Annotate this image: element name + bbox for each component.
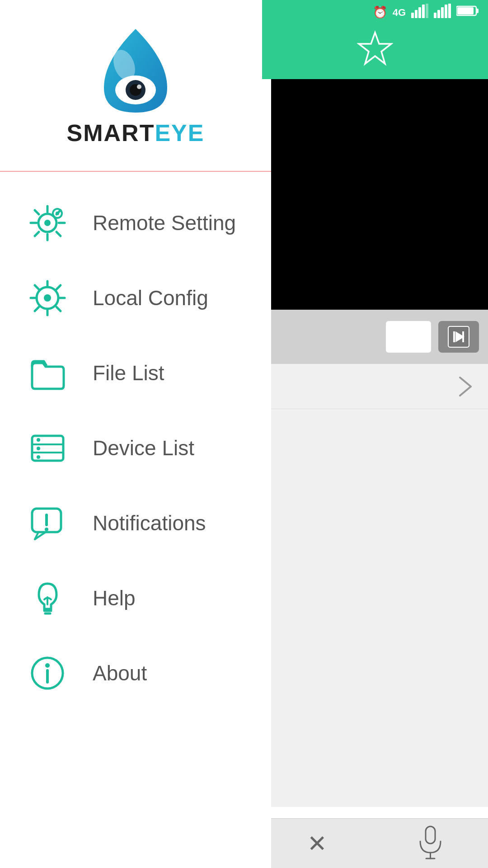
svg-rect-17 <box>462 331 464 342</box>
sidebar-item-local-config[interactable]: Local Config <box>0 260 271 335</box>
svg-line-46 <box>56 285 61 289</box>
svg-point-27 <box>44 220 51 226</box>
logo-image <box>68 24 203 124</box>
star-icon[interactable] <box>357 30 393 74</box>
toolbar-white-btn[interactable] <box>386 321 431 353</box>
svg-rect-18 <box>426 826 435 844</box>
local-config-icon <box>27 278 68 318</box>
sidebar-item-help[interactable]: Help <box>0 561 271 636</box>
logo-text: SMARTEYE <box>67 119 205 146</box>
drawer: SMARTEYE <box>0 0 271 868</box>
svg-line-45 <box>56 307 61 311</box>
logo-container: SMARTEYE <box>67 24 205 146</box>
help-icon <box>27 578 68 618</box>
signal2-icon <box>434 4 451 21</box>
file-list-icon <box>27 353 68 393</box>
sidebar-item-remote-setting[interactable]: Remote Setting <box>0 185 271 260</box>
play-button[interactable] <box>438 321 479 353</box>
status-bar: ⏰ 4G <box>262 0 488 25</box>
svg-rect-5 <box>434 13 436 18</box>
svg-rect-6 <box>437 10 440 18</box>
svg-point-37 <box>56 212 59 215</box>
svg-point-52 <box>37 447 40 450</box>
close-button[interactable]: ✕ <box>307 830 327 857</box>
svg-line-32 <box>35 210 39 214</box>
right-panel <box>262 364 488 807</box>
sidebar-item-label-local-config: Local Config <box>93 286 208 310</box>
svg-point-25 <box>137 85 141 89</box>
svg-rect-3 <box>422 5 425 18</box>
sidebar-item-about[interactable]: About <box>0 636 271 711</box>
svg-point-39 <box>44 294 51 302</box>
logo-area: SMARTEYE <box>0 0 271 172</box>
svg-rect-1 <box>415 10 418 18</box>
main-content-area <box>262 79 488 310</box>
svg-line-35 <box>35 232 39 236</box>
svg-rect-12 <box>457 7 474 14</box>
remote-setting-icon <box>27 203 68 243</box>
sidebar-item-label-remote-setting: Remote Setting <box>93 211 236 235</box>
about-icon <box>27 653 68 693</box>
clock-icon: ⏰ <box>373 5 387 19</box>
sidebar-item-file-list[interactable]: File List <box>0 335 271 410</box>
svg-rect-7 <box>441 7 444 18</box>
menu-list: Remote Setting <box>0 172 271 724</box>
4g-icon: 4G <box>393 7 406 19</box>
svg-point-56 <box>45 528 48 531</box>
svg-line-47 <box>35 307 39 311</box>
svg-rect-16 <box>453 331 455 342</box>
svg-rect-8 <box>445 5 447 18</box>
bottom-nav: ✕ <box>262 818 488 868</box>
sidebar-item-label-help: Help <box>93 586 136 610</box>
sidebar-item-label-notifications: Notifications <box>93 511 206 535</box>
svg-rect-0 <box>411 13 414 18</box>
svg-marker-13 <box>359 33 391 64</box>
chevron-row[interactable] <box>262 364 488 409</box>
mic-button[interactable] <box>418 826 443 861</box>
signal1-icon <box>411 4 428 21</box>
svg-line-33 <box>56 232 61 236</box>
svg-rect-11 <box>476 9 479 13</box>
sidebar-item-label-about: About <box>93 661 147 685</box>
sidebar-item-device-list[interactable]: Device List <box>0 410 271 486</box>
notifications-icon <box>27 503 68 543</box>
svg-line-44 <box>35 285 39 289</box>
sidebar-item-notifications[interactable]: Notifications <box>0 486 271 561</box>
header-bar <box>262 25 488 79</box>
svg-rect-9 <box>448 4 451 18</box>
svg-point-51 <box>37 438 40 442</box>
device-list-icon <box>27 428 68 468</box>
bottom-toolbar <box>262 310 488 364</box>
svg-rect-4 <box>426 4 428 18</box>
sidebar-item-label-file-list: File List <box>93 361 164 385</box>
battery-icon <box>456 5 479 20</box>
svg-rect-2 <box>418 7 421 18</box>
svg-point-61 <box>45 663 50 668</box>
sidebar-item-label-device-list: Device List <box>93 436 194 460</box>
svg-point-53 <box>37 455 40 459</box>
